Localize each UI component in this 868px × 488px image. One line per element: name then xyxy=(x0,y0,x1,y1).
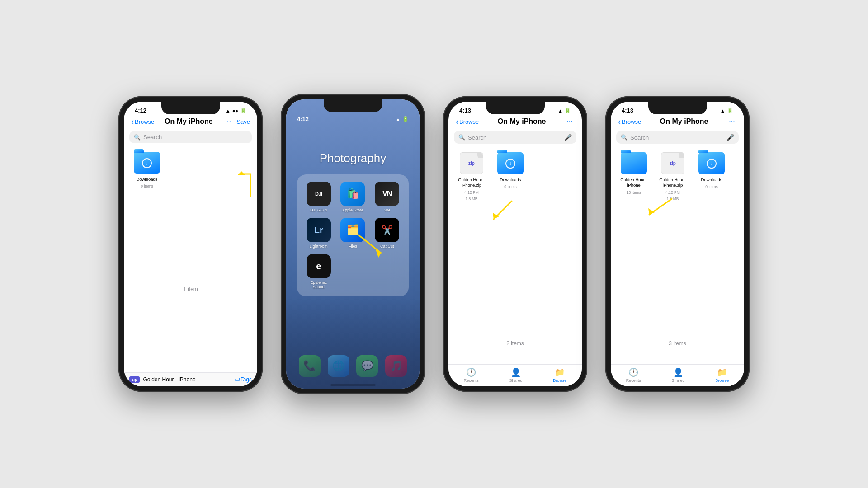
folder-name-3: Downloads xyxy=(500,177,521,183)
more-button-4[interactable]: ··· xyxy=(727,117,737,127)
tab-recents-3[interactable]: 🕐 Recents xyxy=(464,367,479,383)
shared-icon-3: 👤 xyxy=(511,367,521,377)
zip-date-3: 4:12 PM xyxy=(464,190,479,195)
wifi-icon-2: ▲ xyxy=(396,117,401,122)
search-wrap-1: 🔍 Search xyxy=(124,129,257,147)
folder-icon-4: ↓ xyxy=(698,151,725,175)
items-count-1: 1 item xyxy=(124,282,257,296)
folder-sublabel-1: 0 items xyxy=(141,184,153,188)
shared-label-4: Shared xyxy=(671,378,684,383)
arrow-annotation-4 xyxy=(636,190,685,226)
search-wrap-3: 🔍 Search 🎤 xyxy=(448,129,582,147)
browse-label-4: Browse xyxy=(715,378,729,383)
file-grid-1: ↓ Downloads 0 items xyxy=(124,147,257,192)
save-button-1[interactable]: Save xyxy=(236,118,250,125)
phone-2: 4:12 ▲ 🔋 Photography DJI DJI GO 4 xyxy=(281,94,425,394)
download-arrow-4: ↓ xyxy=(707,159,717,169)
back-button-1[interactable]: Browse xyxy=(131,117,154,127)
nav-bar-1: Browse On My iPhone ··· Save xyxy=(124,116,257,129)
nav-title-3: On My iPhone xyxy=(498,117,546,126)
wifi-icon-3: ▲ xyxy=(558,108,563,113)
folder-sublabel-4: 0 items xyxy=(705,184,717,189)
status-icons-2: ▲ 🔋 xyxy=(396,116,409,122)
battery-icon-4: 🔋 xyxy=(727,108,733,113)
tab-browse-3[interactable]: 📁 Browse xyxy=(553,367,566,383)
tab-bar-4: 🕐 Recents 👤 Shared 📁 Browse xyxy=(611,364,744,386)
zip-name-3: Golden Hour - iPhone.zip xyxy=(456,177,487,188)
phone-3: 4:13 ▲ 🔋 Browse On My iPhone ··· 🔍 Searc… xyxy=(443,96,587,392)
status-icons-4: ▲ 🔋 xyxy=(720,108,733,113)
folder-icon-gh-4 xyxy=(620,151,647,175)
notch-1 xyxy=(161,102,220,114)
search-placeholder-3: Search xyxy=(468,134,486,141)
nav-bar-4: Browse On My iPhone ··· xyxy=(611,116,744,129)
bg-gradient xyxy=(286,298,420,389)
status-icons-1: ▲ ●● 🔋 xyxy=(226,108,246,113)
downloads-folder-1[interactable]: ↓ Downloads 0 items xyxy=(131,150,163,188)
time-2: 4:12 xyxy=(297,116,309,122)
arrow-annotation-2 xyxy=(349,226,395,262)
folder-shape-4: ↓ xyxy=(698,152,725,174)
epidemic-label: Epidemic Sound xyxy=(304,280,333,289)
zip-name-4: Golden Hour - iPhone.zip xyxy=(657,177,689,188)
browse-icon-4: 📁 xyxy=(717,367,727,377)
apple-store-label: Apple Store xyxy=(342,208,363,212)
recents-label-3: Recents xyxy=(464,378,479,383)
download-arrow-1: ↓ xyxy=(142,158,152,168)
app-dji[interactable]: DJI DJI GO 4 xyxy=(304,182,333,212)
download-arrow-3: ↓ xyxy=(505,159,515,169)
battery-icon: 🔋 xyxy=(240,108,246,113)
nav-actions-3: ··· xyxy=(565,117,575,127)
tab-shared-4[interactable]: 👤 Shared xyxy=(671,367,684,383)
search-bar-4[interactable]: 🔍 Search 🎤 xyxy=(616,131,739,144)
vn-icon: VN xyxy=(375,182,399,206)
search-icon-4: 🔍 xyxy=(621,134,627,141)
bottom-filename-1: Golden Hour - iPhone xyxy=(143,376,231,383)
folder-name-1: Downloads xyxy=(137,177,158,182)
battery-icon-2: 🔋 xyxy=(402,116,409,122)
tab-browse-4[interactable]: 📁 Browse xyxy=(715,367,729,383)
nav-title-1: On My iPhone xyxy=(165,117,213,126)
shared-icon-4: 👤 xyxy=(673,367,683,377)
mic-icon-4[interactable]: 🎤 xyxy=(726,134,734,141)
shared-label-3: Shared xyxy=(509,378,522,383)
more-button-3[interactable]: ··· xyxy=(565,117,575,127)
wifi-icon: ▲ xyxy=(226,108,231,113)
folder-name-4: Downloads xyxy=(701,177,722,183)
app-epidemic[interactable]: e Epidemic Sound xyxy=(304,254,333,289)
folder-sublabel-3: 0 items xyxy=(504,184,516,189)
search-bar-3[interactable]: 🔍 Search 🎤 xyxy=(454,131,576,144)
browse-icon-3: 📁 xyxy=(555,367,565,377)
app-lightroom[interactable]: Lr Lightroom xyxy=(304,218,333,249)
app-apple-store[interactable]: 🛍️ Apple Store xyxy=(339,182,368,212)
status-icons-3: ▲ 🔋 xyxy=(558,108,571,113)
back-button-3[interactable]: Browse xyxy=(456,117,479,127)
folder-shape-gh-4 xyxy=(621,152,647,174)
search-placeholder-4: Search xyxy=(630,134,649,141)
back-button-4[interactable]: Browse xyxy=(618,117,641,127)
bottom-tags-1[interactable]: 🏷 Tags xyxy=(234,376,252,383)
tab-shared-3[interactable]: 👤 Shared xyxy=(509,367,522,383)
search-placeholder-1: Search xyxy=(143,134,162,141)
bookmark-icon: 🏷 xyxy=(234,376,240,383)
app-vn[interactable]: VN VN xyxy=(373,182,401,212)
zip-tag-1: zip xyxy=(129,376,140,383)
nav-actions-4: ··· xyxy=(727,117,737,127)
nav-actions-1: ··· Save xyxy=(223,117,250,127)
more-button-1[interactable]: ··· xyxy=(223,117,233,127)
search-bar-1[interactable]: 🔍 Search xyxy=(129,131,252,143)
notch-3 xyxy=(486,102,545,114)
bottom-sheet-1[interactable]: zip Golden Hour - iPhone 🏷 Tags xyxy=(124,372,257,386)
downloads-folder-4[interactable]: ↓ Downloads 0 items xyxy=(696,151,727,201)
mic-icon-3[interactable]: 🎤 xyxy=(564,134,572,141)
time-4: 4:13 xyxy=(622,107,633,114)
recents-icon-4: 🕐 xyxy=(628,367,638,377)
epidemic-icon: e xyxy=(307,254,331,278)
notch-2 xyxy=(324,99,382,112)
tab-recents-4[interactable]: 🕐 Recents xyxy=(626,367,641,383)
zip-shape-3: zip xyxy=(460,152,483,174)
signal-icon: ●● xyxy=(232,108,238,113)
home-indicator-2 xyxy=(330,384,376,386)
svg-line-1 xyxy=(359,235,381,253)
nav-bar-3: Browse On My iPhone ··· xyxy=(448,116,582,129)
